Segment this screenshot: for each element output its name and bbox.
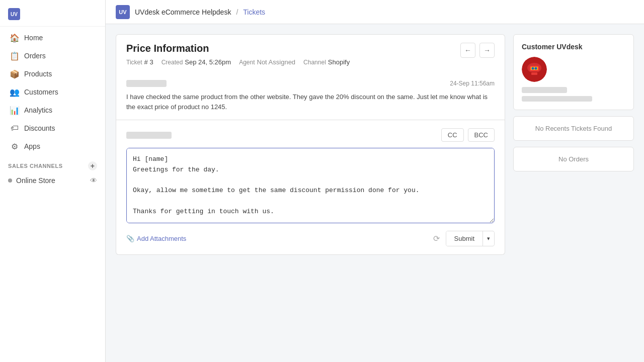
ticket-created-date: Sep 24, 5:26pm (185, 58, 231, 66)
bcc-button[interactable]: BCC (468, 128, 495, 142)
no-tickets-text: No Recents Tickets Found (535, 125, 612, 132)
topbar-app-name: UVdesk eCommerce Helpdesk (135, 8, 231, 16)
ticket-header: Price Information Ticket # 3 Created Sep… (116, 34, 505, 72)
analytics-icon: 📊 (10, 106, 19, 115)
submit-button[interactable]: Submit (446, 231, 483, 246)
ticket-number-meta: Ticket # 3 (126, 58, 153, 66)
topbar-section: Tickets (243, 8, 265, 16)
ticket-agent-meta: Agent Not Assigned (239, 58, 295, 66)
sidebar-item-customers[interactable]: 👥 Customers (2, 83, 103, 101)
reply-to-blur (126, 132, 172, 139)
reply-header: CC BCC (126, 128, 495, 142)
svg-point-5 (535, 67, 537, 70)
customer-card: Customer UVdesk (513, 34, 634, 110)
topbar-separator: / (236, 8, 238, 16)
sidebar-item-orders-label: Orders (24, 52, 46, 60)
customer-card-title: Customer UVdesk (522, 43, 625, 51)
content-area: Price Information Ticket # 3 Created Sep… (106, 24, 644, 362)
sidebar-item-apps-label: Apps (24, 142, 40, 150)
home-icon: 🏠 (10, 33, 19, 42)
submit-dropdown-button[interactable]: ▾ (483, 232, 494, 245)
sidebar-logo: UV (0, 4, 105, 27)
customer-name (522, 87, 567, 93)
online-store-label: Online Store (16, 176, 55, 185)
no-recent-tickets-card: No Recents Tickets Found (513, 116, 634, 141)
paperclip-icon: 📎 (126, 235, 134, 242)
right-panel: Customer UVdesk (513, 34, 634, 352)
ticket-meta: Ticket # 3 Created Sep 24, 5:26pm Agent … (126, 58, 350, 66)
products-icon: 📦 (10, 69, 19, 78)
svg-rect-7 (531, 72, 537, 75)
ticket-navigation: ← → (460, 43, 495, 58)
sales-channels-label: SALES CHANNELS (8, 163, 63, 169)
ticket-channel-meta: Channel Shopify (303, 58, 350, 66)
add-channel-button[interactable]: + (88, 161, 97, 170)
sidebar-item-discounts-label: Discounts (24, 124, 55, 132)
submit-button-group[interactable]: Submit ▾ (446, 231, 495, 246)
topbar: UV UVdesk eCommerce Helpdesk / Tickets (106, 0, 644, 24)
sidebar-item-products-label: Products (24, 70, 52, 78)
ticket-panel: Price Information Ticket # 3 Created Sep… (116, 34, 505, 352)
attach-label: Add Attachments (137, 235, 186, 242)
customer-avatar (522, 57, 547, 82)
ticket-next-button[interactable]: → (479, 43, 495, 58)
message-header: 24-Sep 11:56am (126, 80, 495, 87)
sidebar-item-home[interactable]: 🏠 Home (2, 29, 103, 47)
main-content: UV UVdesk eCommerce Helpdesk / Tickets P… (106, 0, 644, 362)
reply-header-right: CC BCC (441, 128, 495, 142)
topbar-logo: UV (116, 5, 130, 19)
no-orders-text: No Orders (558, 155, 589, 163)
reply-container: CC BCC Hi [name] Greetings for the day. … (116, 120, 505, 255)
discounts-icon: 🏷 (10, 124, 19, 133)
reply-footer: 📎 Add Attachments ⟳ Submit ▾ (126, 231, 495, 246)
svg-point-4 (532, 67, 534, 70)
sidebar-item-products[interactable]: 📦 Products (2, 65, 103, 83)
online-store-item[interactable]: Online Store 👁 (0, 172, 105, 189)
sidebar-item-customers-label: Customers (24, 88, 58, 96)
ticket-prev-button[interactable]: ← (460, 43, 475, 58)
ticket-number-value: # 3 (144, 58, 153, 66)
sidebar-item-apps[interactable]: ⚙ Apps (2, 137, 103, 155)
sender-name-blur (126, 80, 167, 87)
add-attachments-link[interactable]: 📎 Add Attachments (126, 235, 186, 242)
cc-button[interactable]: CC (441, 128, 464, 142)
ticket-channel-label: Channel (303, 59, 326, 66)
orders-icon: 📋 (10, 51, 19, 60)
customer-email (522, 96, 592, 102)
sidebar: UV 🏠 Home 📋 Orders 📦 Products 👥 Customer… (0, 0, 106, 362)
store-status-dot (8, 178, 12, 183)
sidebar-item-home-label: Home (24, 34, 43, 42)
ticket-channel-value: Shopify (328, 58, 350, 66)
ticket-agent-value: Not Assigned (257, 58, 296, 66)
reply-textarea[interactable]: Hi [name] Greetings for the day. Okay, a… (126, 148, 495, 223)
customers-icon: 👥 (10, 87, 19, 97)
ticket-title: Price Information (126, 43, 350, 54)
ticket-created-meta: Created Sep 24, 5:26pm (162, 58, 231, 66)
sidebar-item-orders[interactable]: 📋 Orders (2, 47, 103, 65)
sales-channels-header: SALES CHANNELS + (0, 155, 105, 172)
sidebar-item-analytics-label: Analytics (24, 106, 52, 114)
sidebar-logo-icon: UV (8, 8, 20, 20)
message-container: 24-Sep 11:56am I have checked the same p… (116, 72, 505, 120)
eye-icon: 👁 (90, 176, 97, 185)
message-body: I have checked the same product from the… (126, 92, 495, 112)
no-orders-card: No Orders (513, 147, 634, 171)
apps-icon: ⚙ (10, 142, 19, 151)
sidebar-item-analytics[interactable]: 📊 Analytics (2, 101, 103, 119)
ticket-number-label: Ticket (126, 59, 142, 66)
ticket-agent-label: Agent (239, 59, 255, 66)
loading-spinner: ⟳ (433, 234, 440, 243)
message-sender (126, 80, 167, 87)
message-time: 24-Sep 11:56am (450, 80, 495, 87)
ticket-created-label: Created (162, 59, 183, 66)
sidebar-item-discounts[interactable]: 🏷 Discounts (2, 119, 103, 137)
